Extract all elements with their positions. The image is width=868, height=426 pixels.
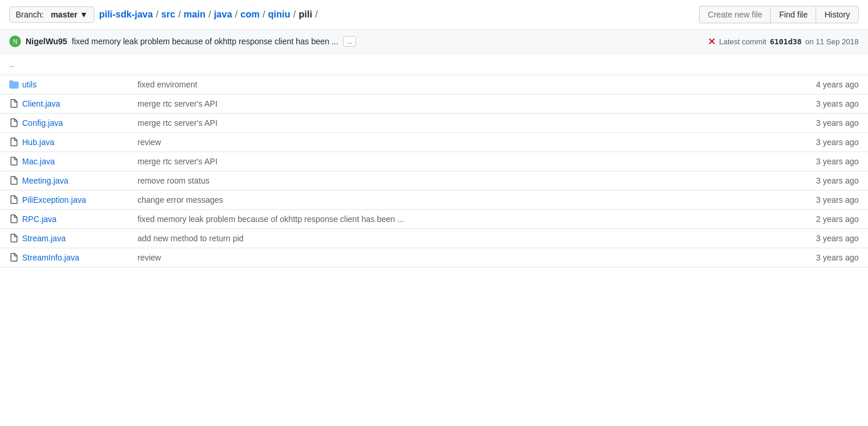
file-name-cell: Client.java — [0, 94, 128, 114]
file-icon — [9, 157, 19, 166]
breadcrumb-qiniu[interactable]: qiniu — [268, 9, 290, 20]
commit-bar: N NigelWu95 fixed memory leak problem be… — [0, 30, 868, 54]
file-icon — [9, 118, 19, 128]
file-link[interactable]: Mac.java — [22, 157, 55, 166]
file-name-cell: PiliException.java — [0, 191, 128, 210]
file-table: .. utilsfixed enviroment4 years agoClien… — [0, 54, 868, 267]
file-time-cell: 3 years ago — [798, 191, 868, 210]
commit-bar-left: N NigelWu95 fixed memory leak problem be… — [9, 36, 356, 47]
file-time-cell: 3 years ago — [798, 133, 868, 152]
commit-message: fixed memory leak problem because of okh… — [72, 37, 338, 46]
table-row: StreamInfo.javareview3 years ago — [0, 248, 868, 267]
file-link[interactable]: Client.java — [22, 99, 60, 108]
table-row: Stream.javaadd new method to return pid3… — [0, 229, 868, 248]
commit-bar-right: ✕ Latest commit 6101d38 on 11 Sep 2018 — [708, 36, 859, 47]
file-name-cell: Stream.java — [0, 229, 128, 248]
file-link[interactable]: Config.java — [22, 118, 63, 128]
sep-2: / — [178, 9, 181, 20]
file-message-cell: merge rtc server's API — [128, 114, 798, 133]
create-new-file-button[interactable]: Create new file — [699, 6, 770, 23]
branch-label: Branch: — [16, 10, 44, 19]
file-link[interactable]: utils — [22, 80, 37, 89]
repo-header: Branch: master ▼ pili-sdk-java / src / m… — [0, 0, 868, 30]
sep-3: / — [209, 9, 211, 20]
file-link[interactable]: PiliException.java — [22, 195, 86, 205]
file-message-cell: change error messages — [128, 191, 798, 210]
commit-author[interactable]: NigelWu95 — [26, 37, 67, 46]
breadcrumb-java[interactable]: java — [214, 9, 232, 20]
file-link[interactable]: StreamInfo.java — [22, 253, 79, 262]
sep-1: / — [156, 9, 158, 20]
breadcrumb-com[interactable]: com — [241, 9, 260, 20]
table-row: RPC.javafixed memory leak problem becaus… — [0, 210, 868, 229]
file-name-cell: Hub.java — [0, 133, 128, 152]
table-row: Config.javamerge rtc server's API3 years… — [0, 114, 868, 133]
table-row: Mac.javamerge rtc server's API3 years ag… — [0, 152, 868, 171]
file-message-cell: fixed memory leak problem because of okh… — [128, 210, 798, 229]
file-icon — [9, 176, 19, 185]
file-time-cell: 4 years ago — [798, 75, 868, 94]
breadcrumb-src[interactable]: src — [161, 9, 175, 20]
parent-dir-row: .. — [0, 54, 868, 75]
file-message-cell: add new method to return pid — [128, 229, 798, 248]
find-file-button[interactable]: Find file — [770, 6, 816, 23]
file-message-cell: remove room status — [128, 171, 798, 191]
parent-dir-link[interactable]: .. — [9, 59, 14, 69]
table-row: Hub.javareview3 years ago — [0, 133, 868, 152]
file-icon — [9, 99, 19, 108]
file-name-cell: StreamInfo.java — [0, 248, 128, 267]
file-name-cell: Mac.java — [0, 152, 128, 171]
file-link[interactable]: RPC.java — [22, 214, 57, 224]
sep-5: / — [263, 9, 265, 20]
file-time-cell: 3 years ago — [798, 248, 868, 267]
header-left: Branch: master ▼ pili-sdk-java / src / m… — [9, 6, 319, 23]
sep-7: / — [315, 9, 317, 20]
commit-hash[interactable]: 6101d38 — [770, 37, 802, 46]
commit-prefix: Latest commit — [719, 37, 766, 46]
file-name-cell: utils — [0, 75, 128, 94]
branch-name: master — [51, 10, 77, 19]
file-time-cell: 3 years ago — [798, 171, 868, 191]
file-link[interactable]: Meeting.java — [22, 176, 68, 185]
breadcrumb: pili-sdk-java / src / main / java / com … — [99, 9, 319, 20]
file-icon — [9, 195, 19, 205]
header-actions: Create new file Find file History — [699, 6, 859, 23]
folder-icon — [9, 80, 19, 89]
file-name-cell: RPC.java — [0, 210, 128, 229]
file-icon — [9, 253, 19, 262]
file-message-cell: fixed enviroment — [128, 75, 798, 94]
file-link[interactable]: Stream.java — [22, 234, 66, 243]
table-row: utilsfixed enviroment4 years ago — [0, 75, 868, 94]
file-message-cell: review — [128, 248, 798, 267]
file-time-cell: 3 years ago — [798, 229, 868, 248]
file-time-cell: 3 years ago — [798, 114, 868, 133]
file-link[interactable]: Hub.java — [22, 138, 54, 147]
file-time-cell: 3 years ago — [798, 94, 868, 114]
breadcrumb-pili: pili — [299, 9, 312, 20]
file-time-cell: 2 years ago — [798, 210, 868, 229]
commit-status-icon: ✕ — [708, 36, 715, 47]
file-name-cell: Meeting.java — [0, 171, 128, 191]
file-icon — [9, 138, 19, 147]
chevron-down-icon: ▼ — [80, 10, 88, 19]
file-message-cell: review — [128, 133, 798, 152]
table-row: Meeting.javaremove room status3 years ag… — [0, 171, 868, 191]
file-name-cell: Config.java — [0, 114, 128, 133]
file-time-cell: 3 years ago — [798, 152, 868, 171]
file-message-cell: merge rtc server's API — [128, 152, 798, 171]
file-icon — [9, 214, 19, 224]
breadcrumb-main[interactable]: main — [184, 9, 205, 20]
commit-date: on 11 Sep 2018 — [805, 37, 859, 46]
file-message-cell: merge rtc server's API — [128, 94, 798, 114]
sep-6: / — [293, 9, 295, 20]
table-row: Client.javamerge rtc server's API3 years… — [0, 94, 868, 114]
breadcrumb-pili-sdk-java[interactable]: pili-sdk-java — [99, 9, 153, 20]
commit-ellipsis-button[interactable]: ... — [343, 36, 356, 47]
sep-4: / — [235, 9, 237, 20]
avatar: N — [9, 36, 21, 47]
history-button[interactable]: History — [816, 6, 859, 23]
table-row: PiliException.javachange error messages3… — [0, 191, 868, 210]
branch-selector[interactable]: Branch: master ▼ — [9, 6, 94, 23]
file-icon — [9, 234, 19, 243]
